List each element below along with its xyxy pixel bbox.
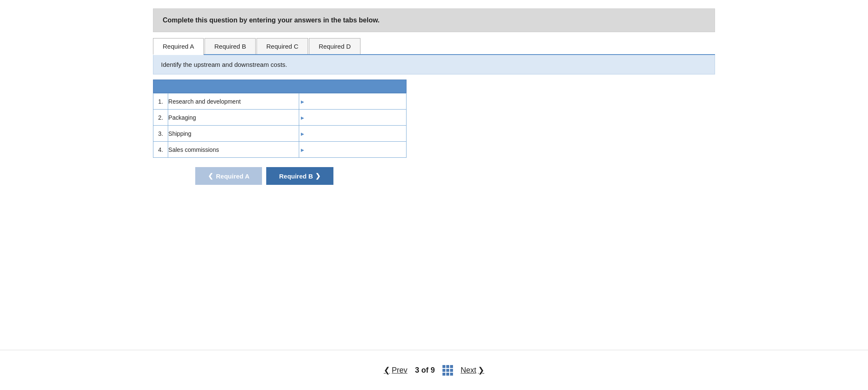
row-num-4: 4. <box>153 142 168 158</box>
prev-button-label: Required A <box>216 173 249 180</box>
row-label-4: Sales commissions <box>168 142 299 158</box>
main-container: Complete this question by entering your … <box>153 8 715 185</box>
question-text: Identify the upstream and downstream cos… <box>161 61 287 68</box>
tabs-row: Required A Required B Required C Require… <box>153 38 715 55</box>
tab-required-c[interactable]: Required C <box>257 38 308 54</box>
tab-required-b[interactable]: Required B <box>205 38 256 54</box>
table-row: 4. Sales commissions <box>153 142 407 158</box>
prev-page-label: Prev <box>392 366 407 375</box>
row-label-1: Research and development <box>168 93 299 110</box>
page-separator: of <box>421 366 431 374</box>
row-input-3[interactable] <box>299 126 406 141</box>
prev-page-button[interactable]: ❮ Prev <box>384 365 407 375</box>
row-num-3: 3. <box>153 126 168 142</box>
nav-buttons: ❮ Required A Required B ❯ <box>195 167 715 185</box>
bottom-nav: ❮ Prev 3 of 9 Next ❯ <box>0 350 868 390</box>
instruction-text: Complete this question by entering your … <box>163 16 379 24</box>
current-page: 3 <box>415 366 419 374</box>
row-input-cell-2[interactable] <box>299 110 406 126</box>
tab-required-d[interactable]: Required D <box>309 38 360 54</box>
row-input-2[interactable] <box>299 110 406 125</box>
table-row: 2. Packaging <box>153 110 407 126</box>
row-num-1: 1. <box>153 93 168 110</box>
row-input-cell-4[interactable] <box>299 142 406 158</box>
prev-required-a-button[interactable]: ❮ Required A <box>195 167 262 185</box>
question-banner: Identify the upstream and downstream cos… <box>153 55 715 74</box>
row-input-4[interactable] <box>299 142 406 157</box>
row-num-2: 2. <box>153 110 168 126</box>
chevron-left-icon: ❮ <box>208 172 213 180</box>
row-input-cell-3[interactable] <box>299 126 406 142</box>
table-row: 1. Research and development <box>153 93 407 110</box>
grid-view-icon[interactable] <box>442 365 453 376</box>
row-label-3: Shipping <box>168 126 299 142</box>
chevron-right-bottom-icon: ❯ <box>478 365 484 375</box>
row-input-1[interactable] <box>299 93 406 109</box>
instruction-banner: Complete this question by entering your … <box>153 8 715 32</box>
chevron-left-bottom-icon: ❮ <box>384 365 390 375</box>
total-pages: 9 <box>431 366 435 374</box>
next-button-label: Required B <box>279 173 313 180</box>
row-input-cell-1[interactable] <box>299 93 406 110</box>
page-info: 3 of 9 <box>415 366 435 375</box>
next-required-b-button[interactable]: Required B ❯ <box>266 167 333 185</box>
tab-required-a[interactable]: Required A <box>153 38 204 55</box>
table-header <box>153 80 407 93</box>
table-container: 1. Research and development 2. Packaging <box>153 80 407 158</box>
chevron-right-icon: ❯ <box>315 172 321 180</box>
next-page-label: Next <box>461 366 476 375</box>
next-page-button[interactable]: Next ❯ <box>461 365 484 375</box>
cost-table: 1. Research and development 2. Packaging <box>153 93 407 158</box>
table-row: 3. Shipping <box>153 126 407 142</box>
row-label-2: Packaging <box>168 110 299 126</box>
